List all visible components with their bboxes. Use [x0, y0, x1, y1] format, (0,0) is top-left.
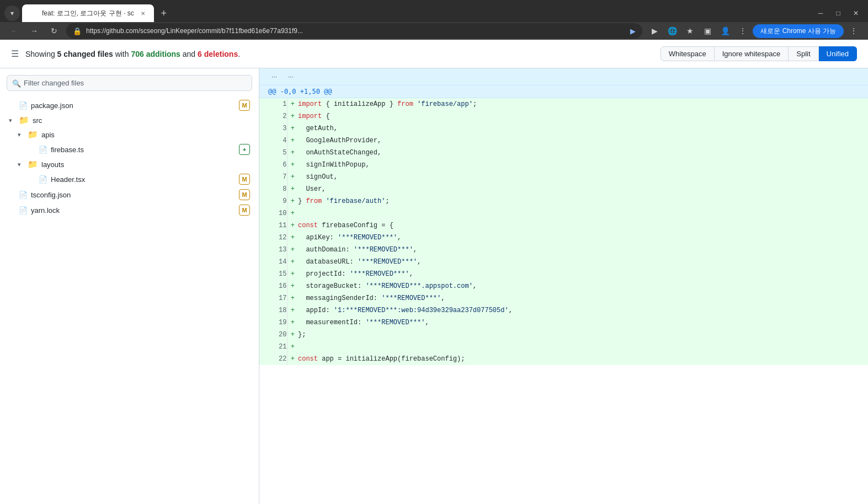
line-number: 22 — [259, 353, 287, 365]
minimize-btn[interactable]: ─ — [813, 6, 828, 21]
tree-item-tsconfig-json[interactable]: 📄tsconfig.jsonM — [7, 187, 252, 202]
url-text: https://github.com/scseong/LinKeeper/com… — [86, 27, 626, 35]
bookmark-btn[interactable]: ★ — [682, 23, 697, 39]
maximize-btn[interactable]: □ — [830, 6, 846, 21]
translate-btn[interactable]: 🌐 — [664, 23, 680, 39]
expand-right-btn[interactable]: ··· — [285, 72, 297, 82]
line-code: const firebaseConfig = { — [298, 219, 868, 232]
diff-line: 13 + authDomain: '***REMOVED***', — [259, 244, 868, 256]
more-btn[interactable]: ⋮ — [735, 23, 750, 39]
line-number: 10 — [259, 207, 287, 219]
diff-line: 8 + User, — [259, 183, 868, 195]
line-sign: + — [287, 268, 298, 280]
file-badge: M — [239, 100, 250, 111]
back-btn[interactable]: ← — [7, 23, 22, 39]
whitespace-btn[interactable]: Whitespace — [661, 46, 715, 61]
line-code: measurementId: '***REMOVED***', — [298, 317, 868, 329]
line-number: 7 — [259, 171, 287, 183]
browser-chrome: ▾ feat: 로그인, 로그아웃 구현 · sc ✕ + ─ □ ✕ ← → … — [0, 0, 868, 40]
line-sign: + — [287, 317, 298, 329]
chrome-cta-btn[interactable]: 새로운 Chrome 사용 가능 — [753, 24, 844, 38]
file-tree-sidebar: 🔍 📄package.jsonM▾📁src▾📁apis📄firebase.ts+… — [0, 68, 259, 504]
line-number: 18 — [259, 304, 287, 317]
forward-btn[interactable]: → — [26, 23, 42, 39]
file-name: firebase.ts — [51, 146, 236, 154]
chevron-icon: ▾ — [18, 161, 24, 168]
nav-bar: ← → ↻ 🔒 https://github.com/scseong/LinKe… — [0, 22, 868, 40]
chrome-menu-btn[interactable]: ⋮ — [846, 23, 861, 39]
unified-btn[interactable]: Unified — [819, 46, 857, 61]
line-code: GoogleAuthProvider, — [298, 135, 868, 147]
tree-item-yarn-lock[interactable]: 📄yarn.lockM — [7, 202, 252, 218]
tree-item-apis[interactable]: ▾📁apis — [7, 127, 252, 142]
refresh-btn[interactable]: ↻ — [46, 23, 62, 39]
diff-line: 17 + messagingSenderId: '***REMOVED***', — [259, 292, 868, 304]
cast-btn[interactable]: ▶ — [647, 23, 662, 39]
file-badge: M — [239, 205, 250, 216]
expand-left-btn[interactable]: ··· — [268, 72, 280, 82]
new-tab-btn[interactable]: + — [156, 6, 172, 21]
diff-panel[interactable]: ··· ··· @@ -0,0 +1,50 @@ 1 + import { in… — [259, 68, 868, 504]
file-tree: 📄package.jsonM▾📁src▾📁apis📄firebase.ts+▾📁… — [7, 98, 252, 218]
address-bar[interactable]: 🔒 https://github.com/scseong/LinKeeper/c… — [66, 23, 642, 39]
split-btn[interactable]: Split — [789, 46, 818, 61]
nav-actions: ▶ 🌐 ★ ▣ 👤 ⋮ 새로운 Chrome 사용 가능 ⋮ — [647, 23, 861, 39]
extensions-btn[interactable]: ▣ — [700, 23, 715, 39]
diff-line: 1 + import { initializeApp } from 'fireb… — [259, 98, 868, 110]
main-layout: 🔍 📄package.jsonM▾📁src▾📁apis📄firebase.ts+… — [0, 68, 868, 504]
line-code: storageBucket: '***REMOVED***.appspot.co… — [298, 280, 868, 292]
tree-item-src[interactable]: ▾📁src — [7, 113, 252, 127]
diff-line: 7 + signOut, — [259, 171, 868, 183]
line-sign: + — [287, 171, 298, 183]
filter-input-wrap: 🔍 — [7, 75, 252, 91]
chevron-icon: ▾ — [9, 117, 15, 124]
file-name: apis — [41, 131, 250, 139]
line-code: databaseURL: '***REMOVED***', — [298, 256, 868, 268]
diff-line: 2 + import { — [259, 110, 868, 122]
tab-dropdown-btn[interactable]: ▾ — [4, 6, 20, 21]
active-tab[interactable]: feat: 로그인, 로그아웃 구현 · sc ✕ — [22, 4, 154, 22]
tree-item-firebase-ts[interactable]: 📄firebase.ts+ — [7, 142, 252, 157]
line-sign: + — [287, 232, 298, 244]
chevron-icon: ▾ — [18, 131, 24, 138]
line-number: 12 — [259, 232, 287, 244]
close-btn[interactable]: ✕ — [848, 6, 864, 21]
line-number: 6 — [259, 159, 287, 171]
tree-item-package-json[interactable]: 📄package.jsonM — [7, 98, 252, 113]
line-number: 17 — [259, 292, 287, 304]
line-code: onAuthStateChanged, — [298, 147, 868, 159]
diff-file-header: ··· ··· — [259, 68, 868, 85]
line-sign: + — [287, 122, 298, 135]
line-sign: + — [287, 292, 298, 304]
page-content: ☰ Showing 5 changed files with 706 addit… — [0, 40, 868, 504]
line-sign: + — [287, 195, 298, 207]
additions-count: 706 additions — [131, 50, 180, 58]
tree-item-layouts[interactable]: ▾📁layouts — [7, 157, 252, 171]
folder-icon: 📁 — [28, 130, 38, 140]
diff-line: 16 + storageBucket: '***REMOVED***.appsp… — [259, 280, 868, 292]
file-name: package.json — [31, 101, 236, 110]
line-number: 1 — [259, 98, 287, 110]
file-name: tsconfig.json — [31, 191, 236, 199]
profile-btn[interactable]: 👤 — [717, 23, 733, 39]
sidebar-toggle-icon[interactable]: ☰ — [11, 49, 19, 59]
file-icon: 📄 — [19, 191, 28, 199]
line-sign: + — [287, 147, 298, 159]
line-code: getAuth, — [298, 122, 868, 135]
filter-input[interactable] — [7, 75, 252, 91]
deletions-count: 6 deletions — [198, 50, 238, 58]
line-code: User, — [298, 183, 868, 195]
line-sign: + — [287, 280, 298, 292]
diff-line: 11 + const firebaseConfig = { — [259, 219, 868, 232]
window-controls: ─ □ ✕ — [813, 6, 864, 21]
changed-files-count: 5 changed files — [57, 50, 113, 58]
tab-title: feat: 로그인, 로그아웃 구현 · sc — [42, 9, 134, 18]
line-code: }; — [298, 329, 868, 341]
diff-line: 12 + apiKey: '***REMOVED***', — [259, 232, 868, 244]
line-sign: + — [287, 159, 298, 171]
tree-item-header-tsx[interactable]: 📄Header.tsxM — [7, 171, 252, 187]
line-code: apiKey: '***REMOVED***', — [298, 232, 868, 244]
ignore-whitespace-btn[interactable]: Ignore whitespace — [715, 46, 789, 61]
tab-close-btn[interactable]: ✕ — [139, 9, 147, 18]
file-icon: 📄 — [39, 175, 47, 184]
